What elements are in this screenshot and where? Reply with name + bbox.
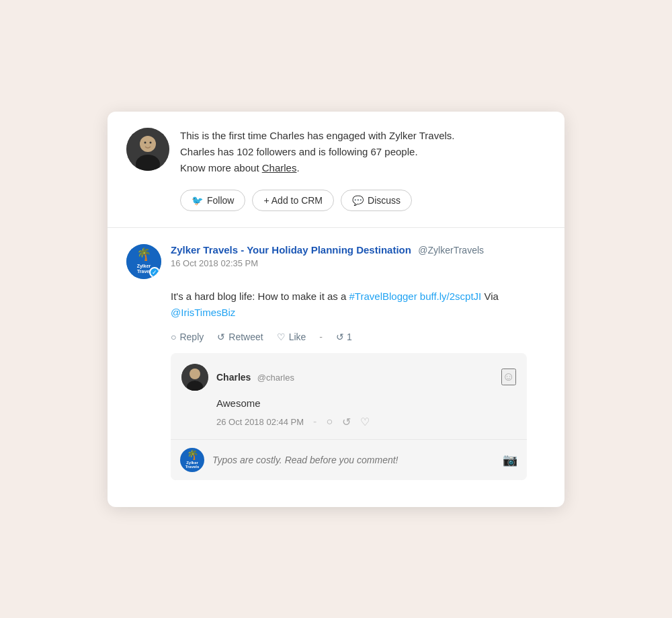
- svg-point-1: [140, 136, 156, 152]
- account-name: Zylker Travels - Your Holiday Planning D…: [171, 244, 411, 256]
- charles-like-icon[interactable]: ♡: [360, 416, 370, 428]
- tweet-body: It's a hard blog life: How to make it as…: [126, 288, 546, 321]
- tweet-handle: @ZylkerTravels: [418, 245, 484, 256]
- tweet-section: 🌴 Zylker Travel ✓ Zylker Travels - Your …: [108, 228, 564, 507]
- charles-reply-actions: 26 Oct 2018 02:44 PM - ○ ↺ ♡: [181, 416, 516, 428]
- tweet-actions: ○ Reply ↺ Retweet ♡ Like - ↺ 1: [126, 332, 546, 342]
- top-info-text: This is the first time Charles has engag…: [180, 128, 455, 176]
- add-to-crm-label: + Add to CRM: [263, 195, 323, 206]
- discuss-icon: 💬: [352, 195, 364, 206]
- charles-reply-text: Awesome: [181, 397, 516, 409]
- zylker-small-avatar: 🌴 Zylker Travels: [180, 448, 204, 472]
- svg-point-3: [144, 141, 146, 143]
- tweet-body-suffix: Via: [481, 291, 499, 302]
- discuss-button[interactable]: 💬 Discuss: [341, 190, 412, 211]
- verified-badge: ✓: [149, 267, 160, 278]
- replies-container: Charles @charles ☺ Awesome 26 Oct 2018 0…: [171, 353, 527, 480]
- charles-reply-time: 26 Oct 2018 02:44 PM: [216, 417, 304, 427]
- reply-button[interactable]: ○ Reply: [171, 332, 204, 342]
- camera-button[interactable]: 📷: [503, 453, 517, 467]
- action-buttons: 🐦 Follow + Add to CRM 💬 Discuss: [180, 190, 546, 211]
- reply-label: Reply: [179, 332, 204, 342]
- info-line3-suffix: .: [296, 162, 299, 173]
- retweet-button[interactable]: ↺ Retweet: [217, 332, 263, 342]
- reply-separator: -: [313, 416, 317, 428]
- tweet-hashtag[interactable]: #TravelBlogger: [349, 291, 417, 302]
- comment-input-field[interactable]: [212, 455, 495, 465]
- add-to-crm-button[interactable]: + Add to CRM: [252, 190, 334, 211]
- like-icon: ♡: [277, 332, 286, 342]
- charles-avatar-top: [126, 128, 169, 171]
- comment-input-area: 🌴 Zylker Travels 📷: [171, 440, 527, 480]
- retweet-count: ↺ 1: [336, 332, 352, 342]
- charles-retweet-icon[interactable]: ↺: [342, 416, 351, 428]
- retweet-count-icon: ↺: [336, 332, 344, 342]
- retweet-label: Retweet: [228, 332, 263, 342]
- tweet-link[interactable]: buff.ly/2scptJI: [420, 291, 481, 302]
- svg-point-4: [150, 141, 152, 143]
- tweet-mention[interactable]: @IrisTimesBiz: [171, 307, 235, 318]
- charles-profile-link[interactable]: Charles: [262, 162, 297, 173]
- like-label: Like: [289, 332, 306, 342]
- charles-reply-handle: @charles: [257, 373, 294, 383]
- charles-reply: Charles @charles ☺ Awesome 26 Oct 2018 0…: [171, 353, 527, 440]
- tweet-time: 16 Oct 2018 02:35 PM: [171, 258, 546, 268]
- tweet-meta: Zylker Travels - Your Holiday Planning D…: [171, 244, 546, 268]
- follow-label: Follow: [207, 195, 234, 206]
- zylker-avatar: 🌴 Zylker Travel ✓: [126, 244, 161, 279]
- charles-name-area: Charles @charles: [216, 371, 294, 383]
- retweet-count-value: 1: [347, 332, 352, 342]
- smiley-button[interactable]: ☺: [501, 369, 516, 385]
- info-line1: This is the first time Charles has engag…: [180, 130, 455, 141]
- charles-reply-icon[interactable]: ○: [326, 416, 333, 428]
- like-button[interactable]: ♡ Like: [277, 332, 306, 342]
- retweet-icon: ↺: [217, 332, 225, 342]
- main-card: This is the first time Charles has engag…: [108, 112, 564, 507]
- tweet-header: 🌴 Zylker Travel ✓ Zylker Travels - Your …: [126, 244, 546, 279]
- discuss-label: Discuss: [368, 195, 401, 206]
- charles-reply-name: Charles: [216, 372, 251, 383]
- tweet-account-line: Zylker Travels - Your Holiday Planning D…: [171, 244, 546, 256]
- twitter-icon: 🐦: [192, 195, 203, 206]
- svg-point-6: [190, 369, 200, 379]
- follow-button[interactable]: 🐦 Follow: [180, 190, 245, 211]
- charles-reply-avatar: [181, 364, 208, 391]
- tweet-body-prefix: It's a hard blog life: How to make it as…: [171, 291, 349, 302]
- charles-reply-header: Charles @charles ☺: [181, 364, 516, 391]
- info-line3-prefix: Know more about: [180, 162, 262, 173]
- reply-icon: ○: [171, 332, 176, 342]
- action-separator: -: [319, 332, 323, 342]
- top-section: This is the first time Charles has engag…: [108, 112, 564, 228]
- info-line2: Charles has 102 followers and is followi…: [180, 146, 418, 157]
- top-content: This is the first time Charles has engag…: [126, 128, 546, 176]
